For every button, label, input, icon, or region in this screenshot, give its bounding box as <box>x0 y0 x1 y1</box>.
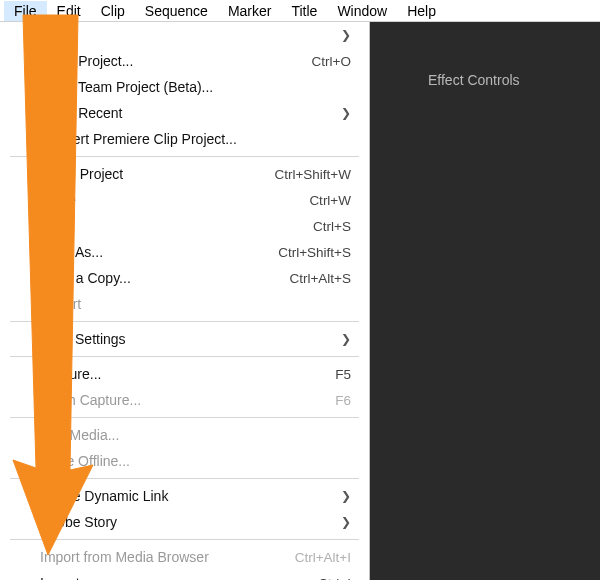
menu-item-label: Open Recent <box>40 105 123 121</box>
menu-item-save[interactable]: SaveCtrl+S <box>0 213 369 239</box>
chevron-right-icon: ❯ <box>341 515 351 529</box>
chevron-right-icon: ❯ <box>341 489 351 503</box>
menu-item-label: Adobe Dynamic Link <box>40 488 168 504</box>
menu-item-revert: Revert <box>0 291 369 317</box>
menu-item-label: Revert <box>40 296 81 312</box>
menu-shortcut: Ctrl+Alt+I <box>295 550 351 565</box>
menu-separator <box>10 356 359 357</box>
menu-item-label: Save As... <box>40 244 103 260</box>
menubar-item-clip[interactable]: Clip <box>91 1 135 21</box>
menu-item-label: Open Team Project (Beta)... <box>40 79 213 95</box>
menu-item-label: Close Project <box>40 166 123 182</box>
menu-item-link-media: Link Media... <box>0 422 369 448</box>
menu-item-open-team-project-beta[interactable]: Open Team Project (Beta)... <box>0 74 369 100</box>
menu-item-label: Convert Premiere Clip Project... <box>40 131 237 147</box>
menu-item-label: Adobe Story <box>40 514 117 530</box>
menu-item-label: Import... <box>40 575 91 580</box>
menu-item-convert-premiere-clip-project[interactable]: Convert Premiere Clip Project... <box>0 126 369 152</box>
menu-shortcut: F6 <box>335 393 351 408</box>
menu-shortcut: Ctrl+Alt+S <box>289 271 351 286</box>
menu-shortcut: Ctrl+I <box>318 576 351 581</box>
menubar-item-file[interactable]: File <box>4 1 47 21</box>
menubar-item-title[interactable]: Title <box>281 1 327 21</box>
menu-shortcut: Ctrl+Shift+S <box>278 245 351 260</box>
menubar-item-sequence[interactable]: Sequence <box>135 1 218 21</box>
content-row: New❯Open Project...Ctrl+OOpen Team Proje… <box>0 22 600 580</box>
chevron-right-icon: ❯ <box>341 106 351 120</box>
menu-item-batch-capture: Batch Capture...F6 <box>0 387 369 413</box>
chevron-right-icon: ❯ <box>341 332 351 346</box>
menu-item-import[interactable]: Import...Ctrl+I <box>0 570 369 580</box>
menu-item-label: Close <box>40 192 76 208</box>
menubar-item-window[interactable]: Window <box>327 1 397 21</box>
menu-shortcut: Ctrl+Shift+W <box>274 167 351 182</box>
menu-item-new[interactable]: New❯ <box>0 22 369 48</box>
menu-item-capture[interactable]: Capture...F5 <box>0 361 369 387</box>
menu-shortcut: F5 <box>335 367 351 382</box>
chevron-right-icon: ❯ <box>341 28 351 42</box>
menu-item-import-from-media-browser: Import from Media BrowserCtrl+Alt+I <box>0 544 369 570</box>
menu-item-label: Make Offline... <box>40 453 130 469</box>
menu-item-label: New <box>40 27 68 43</box>
menubar-item-edit[interactable]: Edit <box>47 1 91 21</box>
menu-shortcut: Ctrl+O <box>312 54 351 69</box>
menu-item-label: Save <box>40 218 72 234</box>
file-menu-dropdown: New❯Open Project...Ctrl+OOpen Team Proje… <box>0 22 370 580</box>
menubar-item-marker[interactable]: Marker <box>218 1 282 21</box>
menu-item-make-offline: Make Offline... <box>0 448 369 474</box>
menu-separator <box>10 478 359 479</box>
menu-item-label: Batch Capture... <box>40 392 141 408</box>
menu-item-label: Link Media... <box>40 427 119 443</box>
menu-item-adobe-story[interactable]: Adobe Story❯ <box>0 509 369 535</box>
menubar-item-help[interactable]: Help <box>397 1 446 21</box>
menu-separator <box>10 417 359 418</box>
menu-item-label: Sync Settings <box>40 331 126 347</box>
menu-item-open-project[interactable]: Open Project...Ctrl+O <box>0 48 369 74</box>
menu-item-label: Import from Media Browser <box>40 549 209 565</box>
menu-item-open-recent[interactable]: Open Recent❯ <box>0 100 369 126</box>
menu-separator <box>10 539 359 540</box>
menu-separator <box>10 321 359 322</box>
effect-controls-panel: Effect Controls <box>370 22 600 580</box>
menu-item-adobe-dynamic-link[interactable]: Adobe Dynamic Link❯ <box>0 483 369 509</box>
menu-item-save-a-copy[interactable]: Save a Copy...Ctrl+Alt+S <box>0 265 369 291</box>
menu-item-close-project[interactable]: Close ProjectCtrl+Shift+W <box>0 161 369 187</box>
menu-item-label: Capture... <box>40 366 101 382</box>
menu-shortcut: Ctrl+S <box>313 219 351 234</box>
menu-shortcut: Ctrl+W <box>309 193 351 208</box>
menu-item-sync-settings[interactable]: Sync Settings❯ <box>0 326 369 352</box>
menubar: FileEditClipSequenceMarkerTitleWindowHel… <box>0 0 600 22</box>
menu-item-label: Save a Copy... <box>40 270 131 286</box>
menu-separator <box>10 156 359 157</box>
menu-item-close[interactable]: CloseCtrl+W <box>0 187 369 213</box>
menu-item-save-as[interactable]: Save As...Ctrl+Shift+S <box>0 239 369 265</box>
menu-item-label: Open Project... <box>40 53 133 69</box>
effect-controls-label: Effect Controls <box>428 72 520 88</box>
